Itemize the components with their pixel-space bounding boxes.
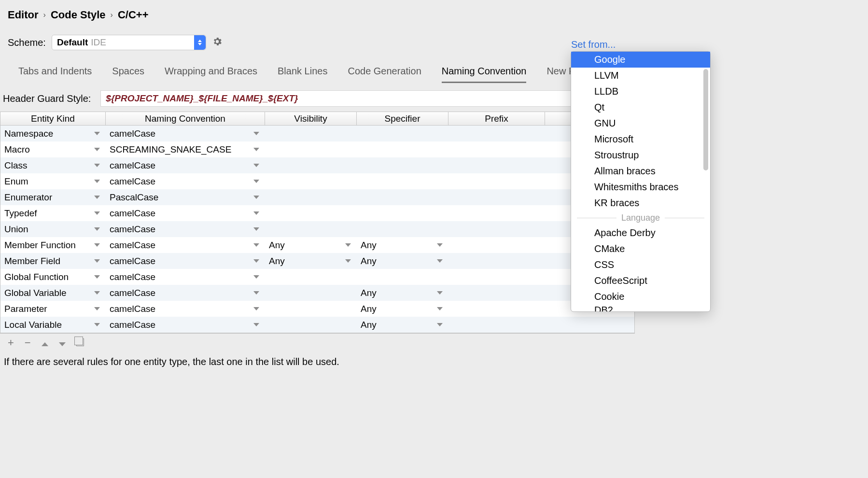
cell-entity-kind[interactable]: Enumerator bbox=[0, 189, 106, 205]
cell-specifier[interactable]: Any bbox=[357, 285, 448, 301]
cell-prefix bbox=[448, 237, 545, 253]
move-up-button[interactable] bbox=[42, 337, 48, 349]
col-visibility[interactable]: Visibility bbox=[265, 112, 357, 125]
cell-entity-kind[interactable]: Union bbox=[0, 221, 106, 237]
table-row[interactable]: Global VariablecamelCaseAny bbox=[0, 285, 634, 301]
cell-visibility[interactable]: Any bbox=[265, 237, 357, 253]
move-down-button[interactable] bbox=[59, 337, 66, 349]
cell-naming-convention[interactable]: SCREAMING_SNAKE_CASE bbox=[106, 141, 265, 157]
cell-entity-kind[interactable]: Local Variable bbox=[0, 317, 106, 333]
breadcrumb-code-style[interactable]: Code Style bbox=[51, 9, 106, 21]
chevron-right-icon: › bbox=[43, 11, 46, 19]
menu-item[interactable]: Cookie bbox=[571, 289, 710, 305]
cell-specifier[interactable]: Any bbox=[357, 237, 448, 253]
cell-entity-kind[interactable]: Member Field bbox=[0, 253, 106, 269]
menu-item[interactable]: Google bbox=[571, 52, 710, 68]
cell-visibility bbox=[265, 173, 357, 189]
menu-item[interactable]: LLDB bbox=[571, 84, 710, 99]
cell-prefix bbox=[448, 157, 545, 173]
cell-visibility bbox=[265, 205, 357, 221]
col-specifier[interactable]: Specifier bbox=[357, 112, 448, 125]
set-from-link[interactable]: Set from... bbox=[571, 39, 616, 50]
cell-visibility[interactable]: Any bbox=[265, 253, 357, 269]
col-prefix[interactable]: Prefix bbox=[448, 112, 545, 125]
menu-item[interactable]: Whitesmiths braces bbox=[571, 179, 710, 195]
table-row[interactable]: ClasscamelCase bbox=[0, 157, 634, 173]
scheme-dropdown[interactable]: Default IDE bbox=[52, 35, 206, 50]
col-entity-kind[interactable]: Entity Kind bbox=[0, 112, 106, 125]
copy-button[interactable] bbox=[76, 337, 84, 349]
menu-item[interactable]: GNU bbox=[571, 115, 710, 131]
cell-entity-kind[interactable]: Macro bbox=[0, 141, 106, 157]
table-row[interactable]: UnioncamelCase bbox=[0, 221, 634, 237]
chevron-down-icon bbox=[437, 243, 443, 247]
tab-spaces[interactable]: Spaces bbox=[112, 66, 144, 83]
cell-specifier[interactable]: Any bbox=[357, 253, 448, 269]
menu-item[interactable]: KR braces bbox=[571, 195, 710, 211]
cell-naming-convention[interactable]: camelCase bbox=[106, 301, 265, 317]
tab-blank-lines[interactable]: Blank Lines bbox=[278, 66, 327, 83]
cell-entity-kind[interactable]: Class bbox=[0, 157, 106, 173]
cell-naming-convention[interactable]: camelCase bbox=[106, 253, 265, 269]
cell-entity-kind[interactable]: Global Variable bbox=[0, 285, 106, 301]
cell-naming-convention[interactable]: camelCase bbox=[106, 157, 265, 173]
table-row[interactable]: ParametercamelCaseAny bbox=[0, 301, 634, 317]
cell-naming-convention[interactable]: camelCase bbox=[106, 205, 265, 221]
tab-naming-convention[interactable]: Naming Convention bbox=[442, 66, 527, 83]
menu-item[interactable]: Allman braces bbox=[571, 163, 710, 179]
cell-specifier[interactable]: Any bbox=[357, 317, 448, 333]
cell-entity-kind[interactable]: Parameter bbox=[0, 301, 106, 317]
menu-item[interactable]: Stroustrup bbox=[571, 147, 710, 163]
table-row[interactable]: MacroSCREAMING_SNAKE_CASE bbox=[0, 141, 634, 157]
breadcrumb-language[interactable]: C/C++ bbox=[118, 9, 149, 21]
tab-tabs-indents[interactable]: Tabs and Indents bbox=[18, 66, 92, 83]
table-row[interactable]: Member FunctioncamelCaseAnyAny bbox=[0, 237, 634, 253]
tab-code-generation[interactable]: Code Generation bbox=[348, 66, 421, 83]
menu-item[interactable]: CSS bbox=[571, 257, 710, 273]
table-row[interactable]: NamespacecamelCase bbox=[0, 126, 634, 141]
gear-icon[interactable] bbox=[212, 36, 223, 49]
header-guard-input[interactable] bbox=[100, 90, 633, 107]
menu-item[interactable]: Qt bbox=[571, 99, 710, 115]
footer-note: If there are several rules for one entit… bbox=[0, 351, 635, 372]
table-row[interactable]: Global FunctioncamelCase bbox=[0, 269, 634, 285]
cell-entity-kind[interactable]: Namespace bbox=[0, 126, 106, 141]
menu-item[interactable]: CMake bbox=[571, 241, 710, 257]
tab-wrapping-braces[interactable]: Wrapping and Braces bbox=[165, 66, 257, 83]
breadcrumb-editor[interactable]: Editor bbox=[8, 9, 39, 21]
cell-entity-kind[interactable]: Enum bbox=[0, 173, 106, 189]
menu-item[interactable]: LLVM bbox=[571, 68, 710, 84]
chevron-down-icon bbox=[253, 227, 259, 231]
cell-prefix bbox=[448, 173, 545, 189]
breadcrumb: Editor › Code Style › C/C++ bbox=[0, 0, 635, 26]
cell-naming-convention[interactable]: camelCase bbox=[106, 126, 265, 141]
cell-naming-convention[interactable]: camelCase bbox=[106, 285, 265, 301]
table-row[interactable]: Member FieldcamelCaseAnyAny bbox=[0, 253, 634, 269]
cell-entity-kind[interactable]: Typedef bbox=[0, 205, 106, 221]
menu-item[interactable]: DB2 bbox=[571, 305, 710, 311]
chevron-down-icon bbox=[253, 243, 259, 247]
cell-entity-kind[interactable]: Global Function bbox=[0, 269, 106, 285]
table-row[interactable]: Local VariablecamelCaseAny bbox=[0, 317, 634, 333]
scrollbar-thumb[interactable] bbox=[703, 69, 708, 170]
cell-naming-convention[interactable]: camelCase bbox=[106, 237, 265, 253]
cell-specifier[interactable]: Any bbox=[357, 301, 448, 317]
chevron-right-icon: › bbox=[111, 11, 113, 19]
table-row[interactable]: EnumcamelCase bbox=[0, 173, 634, 189]
col-naming-convention[interactable]: Naming Convention bbox=[106, 112, 265, 125]
menu-item[interactable]: Microsoft bbox=[571, 131, 710, 147]
set-from-menu[interactable]: Set from... GoogleLLVMLLDBQtGNUMicrosoft… bbox=[571, 51, 711, 312]
cell-naming-convention[interactable]: camelCase bbox=[106, 221, 265, 237]
chevron-down-icon bbox=[94, 243, 100, 247]
table-row[interactable]: TypedefcamelCase bbox=[0, 205, 634, 221]
cell-entity-kind[interactable]: Member Function bbox=[0, 237, 106, 253]
cell-naming-convention[interactable]: camelCase bbox=[106, 173, 265, 189]
table-row[interactable]: EnumeratorPascalCase bbox=[0, 189, 634, 205]
menu-item[interactable]: Apache Derby bbox=[571, 225, 710, 241]
cell-naming-convention[interactable]: camelCase bbox=[106, 269, 265, 285]
add-button[interactable]: + bbox=[8, 337, 14, 349]
cell-naming-convention[interactable]: PascalCase bbox=[106, 189, 265, 205]
menu-item[interactable]: CoffeeScript bbox=[571, 273, 710, 289]
cell-naming-convention[interactable]: camelCase bbox=[106, 317, 265, 333]
remove-button[interactable]: − bbox=[25, 337, 31, 349]
